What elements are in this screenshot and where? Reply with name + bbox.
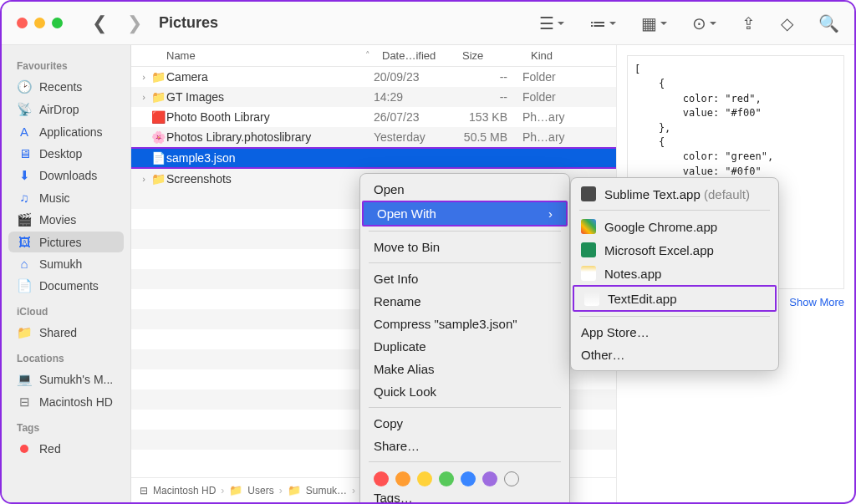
ctx-duplicate[interactable]: Duplicate xyxy=(360,335,569,358)
open-with-submenu: Sublime Text.app (default) Google Chrome… xyxy=(570,177,779,371)
sidebar-icon: 🖥 xyxy=(17,146,32,160)
sidebar-item-label: Sumukh's M... xyxy=(39,373,113,386)
ctx-make-alias[interactable]: Make Alias xyxy=(360,358,569,380)
disclosure-triangle[interactable]: › xyxy=(138,174,150,184)
sidebar-item-label: Documents xyxy=(39,279,99,293)
app-icon xyxy=(581,242,596,257)
show-more-link[interactable]: Show More xyxy=(789,296,844,308)
openwith-google-chrome-app[interactable]: Google Chrome.app xyxy=(571,215,778,238)
tag-color[interactable] xyxy=(504,471,519,486)
col-name[interactable]: Name xyxy=(166,49,196,62)
ctx-share[interactable]: Share… xyxy=(360,435,569,457)
sidebar-item-label: Sumukh xyxy=(39,257,82,271)
view-list-icon[interactable]: ☰ xyxy=(539,13,564,33)
ctx-get-info[interactable]: Get Info xyxy=(360,267,569,290)
titlebar: ❮ ❯ Pictures ☰ ≔ ▦ ⊙ ⇪ ◇ 🔍 xyxy=(2,2,854,45)
forward-button[interactable]: ❯ xyxy=(127,13,142,34)
file-icon: 📁 xyxy=(150,172,166,186)
disclosure-triangle[interactable]: › xyxy=(138,72,150,82)
tag-color[interactable] xyxy=(417,471,432,486)
sidebar-item-macintosh-hd[interactable]: ⊟Macintosh HD xyxy=(8,391,124,413)
sidebar-icon: A xyxy=(17,125,32,139)
sidebar-item-desktop[interactable]: 🖥Desktop xyxy=(8,143,124,164)
action-icon[interactable]: ⊙ xyxy=(692,13,716,33)
path-seg-0[interactable]: Macintosh HD xyxy=(153,485,216,496)
col-date[interactable]: Date…ified xyxy=(382,49,462,62)
sidebar-icon: 🕑 xyxy=(17,79,32,94)
sidebar-item-shared[interactable]: 📁Shared xyxy=(8,322,124,344)
file-row[interactable]: 📄sample3.json xyxy=(131,147,616,169)
sidebar-item-label: Movies xyxy=(39,213,76,227)
share-icon[interactable]: ⇪ xyxy=(741,13,756,33)
back-button[interactable]: ❮ xyxy=(92,13,107,34)
tag-icon[interactable]: ◇ xyxy=(781,13,793,33)
ctx-compress[interactable]: Compress "sample3.json" xyxy=(360,313,569,335)
close-window-button[interactable] xyxy=(17,18,28,28)
file-name: Screenshots xyxy=(166,172,374,186)
sidebar-item-music[interactable]: ♫Music xyxy=(8,187,124,208)
ctx-open-with[interactable]: Open With › xyxy=(362,201,568,227)
file-size: 50.5 MB xyxy=(454,130,522,144)
sidebar-icon: 💻 xyxy=(17,372,32,387)
openwith-default[interactable]: Sublime Text.app (default) xyxy=(571,182,778,206)
file-row[interactable]: ›📁GT Images14:29--Folder xyxy=(131,87,616,107)
grid-icon[interactable]: ▦ xyxy=(641,13,667,33)
search-icon[interactable]: 🔍 xyxy=(818,13,839,33)
sidebar-item-applications[interactable]: AApplications xyxy=(8,121,124,142)
file-date: 20/09/23 xyxy=(374,70,454,84)
sidebar-item-label: Pictures xyxy=(39,236,82,249)
ctx-quick-look[interactable]: Quick Look xyxy=(360,380,569,403)
tag-color[interactable] xyxy=(461,471,476,486)
sidebar-item-label: Applications xyxy=(39,125,103,139)
sidebar-item-airdrop[interactable]: 📡AirDrop xyxy=(8,99,124,120)
openwith-app-store[interactable]: App Store… xyxy=(571,321,778,344)
file-row[interactable]: 🟥Photo Booth Library26/07/23153 KBPh…ary xyxy=(131,107,616,127)
file-size: -- xyxy=(454,90,522,104)
sidebar-item-label: AirDrop xyxy=(39,103,79,116)
ctx-open[interactable]: Open xyxy=(360,178,569,201)
file-icon: 🌸 xyxy=(150,130,166,144)
tag-color[interactable] xyxy=(439,471,454,486)
openwith-textedit-app[interactable]: TextEdit.app xyxy=(573,285,777,312)
ctx-tags[interactable]: Tags… xyxy=(360,486,569,504)
file-name: GT Images xyxy=(166,90,374,104)
col-kind[interactable]: Kind xyxy=(531,49,616,62)
app-icon xyxy=(581,266,596,281)
disclosure-triangle[interactable]: › xyxy=(138,92,150,102)
sidebar-tag-red[interactable]: Red xyxy=(8,438,124,459)
sidebar-item-downloads[interactable]: ⬇Downloads xyxy=(8,165,124,186)
openwith-notes-app[interactable]: Notes.app xyxy=(571,262,778,285)
sidebar-item-label: Music xyxy=(39,191,70,205)
sidebar-item-movies[interactable]: 🎬Movies xyxy=(8,209,124,231)
minimize-window-button[interactable] xyxy=(34,18,45,28)
sidebar-item-recents[interactable]: 🕑Recents xyxy=(8,76,124,98)
ctx-move-to-bin[interactable]: Move to Bin xyxy=(360,236,569,258)
file-size: -- xyxy=(454,70,522,84)
sort-arrow-icon[interactable]: ˄ xyxy=(365,50,370,61)
ctx-rename[interactable]: Rename xyxy=(360,290,569,313)
path-seg-2[interactable]: Sumuk… xyxy=(306,485,347,496)
sidebar-item-documents[interactable]: 📄Documents xyxy=(8,275,124,297)
sidebar-head-icloud: iCloud xyxy=(2,298,130,321)
sidebar-item-sumukh[interactable]: ⌂Sumukh xyxy=(8,253,124,274)
sidebar-item-sumukh-s-m-[interactable]: 💻Sumukh's M... xyxy=(8,369,124,390)
tag-color[interactable] xyxy=(482,471,497,486)
zoom-window-button[interactable] xyxy=(52,18,63,28)
sidebar-icon: ♫ xyxy=(17,191,32,205)
col-size[interactable]: Size xyxy=(462,49,531,62)
tag-color[interactable] xyxy=(395,471,410,486)
sidebar-item-pictures[interactable]: 🖼Pictures xyxy=(8,232,124,252)
path-seg-1[interactable]: Users xyxy=(247,485,273,496)
sidebar-icon: 🖼 xyxy=(17,235,32,249)
sidebar-head-favourites: Favourites xyxy=(2,52,130,75)
openwith-other[interactable]: Other… xyxy=(571,344,778,366)
chevron-right-icon: › xyxy=(548,206,553,221)
sidebar-icon: 📡 xyxy=(17,102,32,117)
ctx-copy[interactable]: Copy xyxy=(360,412,569,435)
group-icon[interactable]: ≔ xyxy=(589,13,616,33)
file-row[interactable]: ›📁Camera20/09/23--Folder xyxy=(131,67,616,87)
file-row[interactable]: 🌸Photos Library.photoslibraryYesterday50… xyxy=(131,127,616,147)
openwith-microsoft-excel-app[interactable]: Microsoft Excel.app xyxy=(571,238,778,262)
tag-color[interactable] xyxy=(374,471,389,486)
openwith-default-label: Sublime Text.app xyxy=(604,187,701,201)
